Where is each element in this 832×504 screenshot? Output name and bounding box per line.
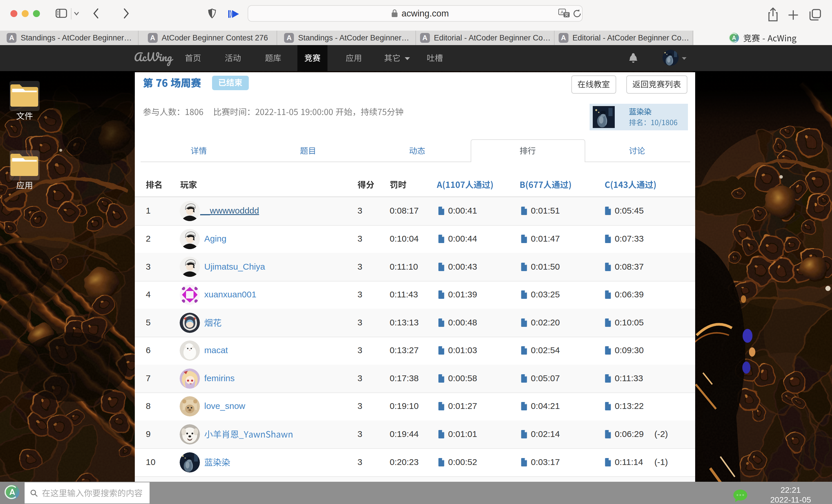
svg-text:A: A bbox=[561, 9, 564, 15]
